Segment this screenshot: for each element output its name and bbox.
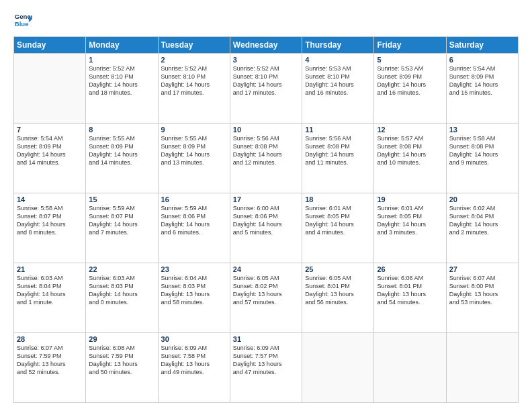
calendar-cell: 18Sunrise: 6:01 AM Sunset: 8:05 PM Dayli…: [302, 193, 374, 263]
day-number: 5: [377, 56, 443, 64]
calendar-week: 28Sunrise: 6:07 AM Sunset: 7:59 PM Dayli…: [14, 333, 519, 403]
calendar-week: 7Sunrise: 5:54 AM Sunset: 8:09 PM Daylig…: [14, 124, 519, 193]
day-info: Sunrise: 5:58 AM Sunset: 8:07 PM Dayligh…: [17, 204, 83, 237]
day-info: Sunrise: 5:54 AM Sunset: 8:09 PM Dayligh…: [449, 64, 515, 97]
day-info: Sunrise: 5:56 AM Sunset: 8:08 PM Dayligh…: [305, 134, 371, 167]
day-number: 8: [89, 126, 154, 134]
calendar-week: 21Sunrise: 6:03 AM Sunset: 8:04 PM Dayli…: [14, 263, 519, 333]
day-number: 24: [233, 265, 299, 273]
day-number: 14: [17, 195, 83, 203]
day-info: Sunrise: 5:52 AM Sunset: 8:10 PM Dayligh…: [89, 64, 154, 97]
weekday-header: Thursday: [302, 37, 374, 54]
day-number: 30: [161, 335, 227, 343]
calendar-week: 14Sunrise: 5:58 AM Sunset: 8:07 PM Dayli…: [14, 193, 519, 263]
day-info: Sunrise: 6:03 AM Sunset: 8:04 PM Dayligh…: [17, 274, 83, 307]
calendar-cell: 22Sunrise: 6:03 AM Sunset: 8:03 PM Dayli…: [86, 263, 158, 333]
day-info: Sunrise: 6:07 AM Sunset: 7:59 PM Dayligh…: [17, 344, 83, 377]
day-info: Sunrise: 6:01 AM Sunset: 8:05 PM Dayligh…: [305, 204, 371, 237]
day-number: 13: [449, 126, 515, 134]
calendar-cell: 11Sunrise: 5:56 AM Sunset: 8:08 PM Dayli…: [302, 124, 374, 193]
day-info: Sunrise: 6:09 AM Sunset: 7:58 PM Dayligh…: [161, 344, 227, 377]
day-number: 16: [161, 195, 227, 203]
calendar-cell: 1Sunrise: 5:52 AM Sunset: 8:10 PM Daylig…: [86, 54, 158, 124]
calendar-cell: 15Sunrise: 5:59 AM Sunset: 8:07 PM Dayli…: [86, 193, 158, 263]
day-info: Sunrise: 6:07 AM Sunset: 8:00 PM Dayligh…: [449, 274, 515, 307]
logo-icon: General Blue: [13, 11, 32, 30]
day-number: 15: [89, 195, 154, 203]
weekday-header: Monday: [86, 37, 158, 54]
day-number: 31: [233, 335, 299, 343]
calendar-cell: 12Sunrise: 5:57 AM Sunset: 8:08 PM Dayli…: [374, 124, 446, 193]
calendar-cell: 5Sunrise: 5:53 AM Sunset: 8:09 PM Daylig…: [374, 54, 446, 124]
calendar-cell: 30Sunrise: 6:09 AM Sunset: 7:58 PM Dayli…: [158, 333, 230, 403]
day-number: 18: [305, 195, 371, 203]
day-number: 17: [233, 195, 299, 203]
day-info: Sunrise: 6:06 AM Sunset: 8:01 PM Dayligh…: [377, 274, 443, 307]
calendar-cell: 25Sunrise: 6:05 AM Sunset: 8:01 PM Dayli…: [302, 263, 374, 333]
calendar-cell: 2Sunrise: 5:52 AM Sunset: 8:10 PM Daylig…: [158, 54, 230, 124]
day-info: Sunrise: 6:09 AM Sunset: 7:57 PM Dayligh…: [233, 344, 299, 377]
day-number: 20: [449, 195, 515, 203]
day-info: Sunrise: 6:08 AM Sunset: 7:59 PM Dayligh…: [89, 344, 154, 377]
calendar-page: General Blue SundayMondayTuesdayWednesda…: [0, 0, 532, 411]
day-info: Sunrise: 6:04 AM Sunset: 8:03 PM Dayligh…: [161, 274, 227, 307]
calendar-cell: [374, 333, 446, 403]
day-info: Sunrise: 5:55 AM Sunset: 8:09 PM Dayligh…: [89, 134, 154, 167]
day-number: 6: [449, 56, 515, 64]
logo: General Blue: [13, 11, 32, 30]
day-info: Sunrise: 6:01 AM Sunset: 8:05 PM Dayligh…: [377, 204, 443, 237]
calendar-cell: 4Sunrise: 5:53 AM Sunset: 8:10 PM Daylig…: [302, 54, 374, 124]
calendar-cell: 3Sunrise: 5:52 AM Sunset: 8:10 PM Daylig…: [230, 54, 302, 124]
calendar-cell: 16Sunrise: 5:59 AM Sunset: 8:06 PM Dayli…: [158, 193, 230, 263]
calendar-cell: 23Sunrise: 6:04 AM Sunset: 8:03 PM Dayli…: [158, 263, 230, 333]
day-number: 23: [161, 265, 227, 273]
day-info: Sunrise: 5:59 AM Sunset: 8:07 PM Dayligh…: [89, 204, 154, 237]
day-info: Sunrise: 5:59 AM Sunset: 8:06 PM Dayligh…: [161, 204, 227, 237]
calendar-week: 1Sunrise: 5:52 AM Sunset: 8:10 PM Daylig…: [14, 54, 519, 124]
day-number: 28: [17, 335, 83, 343]
header: General Blue: [13, 11, 519, 30]
calendar-cell: 27Sunrise: 6:07 AM Sunset: 8:00 PM Dayli…: [446, 263, 518, 333]
day-number: 9: [161, 126, 227, 134]
calendar-cell: 29Sunrise: 6:08 AM Sunset: 7:59 PM Dayli…: [86, 333, 158, 403]
day-number: 29: [89, 335, 154, 343]
day-info: Sunrise: 5:54 AM Sunset: 8:09 PM Dayligh…: [17, 134, 83, 167]
calendar-cell: 24Sunrise: 6:05 AM Sunset: 8:02 PM Dayli…: [230, 263, 302, 333]
day-number: 7: [17, 126, 83, 134]
day-info: Sunrise: 5:56 AM Sunset: 8:08 PM Dayligh…: [233, 134, 299, 167]
day-info: Sunrise: 5:52 AM Sunset: 8:10 PM Dayligh…: [161, 64, 227, 97]
day-number: 22: [89, 265, 154, 273]
weekday-header: Sunday: [14, 37, 86, 54]
svg-text:Blue: Blue: [15, 20, 29, 28]
calendar-cell: 10Sunrise: 5:56 AM Sunset: 8:08 PM Dayli…: [230, 124, 302, 193]
day-info: Sunrise: 6:02 AM Sunset: 8:04 PM Dayligh…: [449, 204, 515, 237]
weekday-header: Tuesday: [158, 37, 230, 54]
day-info: Sunrise: 6:03 AM Sunset: 8:03 PM Dayligh…: [89, 274, 154, 307]
day-info: Sunrise: 6:05 AM Sunset: 8:02 PM Dayligh…: [233, 274, 299, 307]
day-number: 25: [305, 265, 371, 273]
day-info: Sunrise: 6:05 AM Sunset: 8:01 PM Dayligh…: [305, 274, 371, 307]
day-number: 26: [377, 265, 443, 273]
calendar-cell: [302, 333, 374, 403]
calendar-cell: 31Sunrise: 6:09 AM Sunset: 7:57 PM Dayli…: [230, 333, 302, 403]
day-number: 4: [305, 56, 371, 64]
calendar-cell: 19Sunrise: 6:01 AM Sunset: 8:05 PM Dayli…: [374, 193, 446, 263]
calendar-cell: 28Sunrise: 6:07 AM Sunset: 7:59 PM Dayli…: [14, 333, 86, 403]
calendar-cell: 21Sunrise: 6:03 AM Sunset: 8:04 PM Dayli…: [14, 263, 86, 333]
day-info: Sunrise: 5:53 AM Sunset: 8:10 PM Dayligh…: [305, 64, 371, 97]
calendar-cell: 13Sunrise: 5:58 AM Sunset: 8:08 PM Dayli…: [446, 124, 518, 193]
day-number: 12: [377, 126, 443, 134]
day-number: 3: [233, 56, 299, 64]
calendar-cell: 26Sunrise: 6:06 AM Sunset: 8:01 PM Dayli…: [374, 263, 446, 333]
day-number: 21: [17, 265, 83, 273]
calendar-table: SundayMondayTuesdayWednesdayThursdayFrid…: [13, 36, 519, 403]
calendar-cell: [14, 54, 86, 124]
weekday-header: Friday: [374, 37, 446, 54]
calendar-cell: 7Sunrise: 5:54 AM Sunset: 8:09 PM Daylig…: [14, 124, 86, 193]
day-info: Sunrise: 5:55 AM Sunset: 8:09 PM Dayligh…: [161, 134, 227, 167]
day-info: Sunrise: 5:57 AM Sunset: 8:08 PM Dayligh…: [377, 134, 443, 167]
calendar-cell: 14Sunrise: 5:58 AM Sunset: 8:07 PM Dayli…: [14, 193, 86, 263]
day-number: 2: [161, 56, 227, 64]
day-number: 11: [305, 126, 371, 134]
day-number: 1: [89, 56, 154, 64]
